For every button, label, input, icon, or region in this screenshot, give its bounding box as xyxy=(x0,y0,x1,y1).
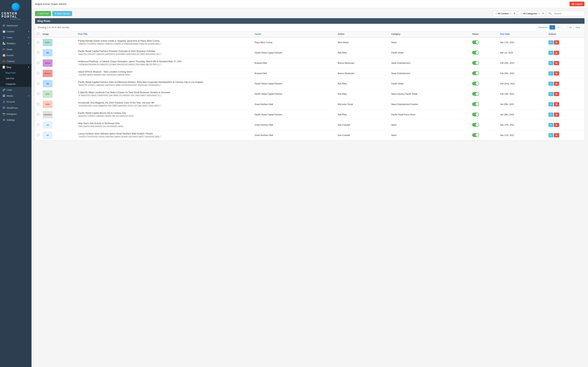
col-post-date[interactable]: Post Date xyxy=(498,31,547,37)
delete-button[interactable]: 🗑 xyxy=(554,133,559,137)
sidebar-item-users[interactable]: 👤 Users ▾ xyxy=(0,34,32,40)
table-container: Showing 1 to 20 of 363 records. Previous… xyxy=(35,24,585,141)
row-checkbox[interactable] xyxy=(37,72,39,74)
post-image: GN xyxy=(43,132,52,139)
edit-button[interactable]: ✏ xyxy=(548,133,553,137)
row-checkbox[interactable] xyxy=(37,113,39,116)
pagination-next[interactable]: Next xyxy=(574,25,582,30)
post-image: BW xyxy=(43,49,52,57)
sidebar-item-wordpress[interactable]: Ⓦ WordPress xyxy=(0,105,32,111)
row-checkbox[interactable] xyxy=(37,124,39,126)
sidebar-item-account[interactable]: 👤 Account xyxy=(0,99,32,105)
status-toggle[interactable] xyxy=(472,123,479,127)
pagination-page-19[interactable]: 19 xyxy=(567,25,573,30)
edit-button[interactable]: ✏ xyxy=(548,82,553,86)
row-checkbox[interactable] xyxy=(37,41,39,43)
status-toggle[interactable] xyxy=(472,92,479,96)
edit-button[interactable]: ✏ xyxy=(548,71,553,75)
edit-button[interactable]: ✏ xyxy=(548,102,553,106)
sidebar-item-events[interactable]: 📅 Events xyxy=(0,52,32,58)
delete-button[interactable]: 🗑 xyxy=(554,92,559,96)
post-slug: family-friendly-easter-events-create-a-h… xyxy=(78,42,162,45)
delete-button[interactable]: 🗑 xyxy=(554,123,559,127)
bulk-upload-button[interactable]: ⬆ Bulk Upload xyxy=(52,11,72,16)
add-post-button[interactable]: + Add Post xyxy=(35,11,51,16)
row-checkbox[interactable] xyxy=(37,62,39,64)
status-toggle[interactable] xyxy=(472,133,479,137)
sidebar-item-centers[interactable]: 🏢 Centers ▾ xyxy=(0,28,32,34)
status-toggle[interactable] xyxy=(472,71,479,75)
delete-button[interactable]: 🗑 xyxy=(554,40,559,45)
post-title: Pacific Retail Capital Moves HQ to Centu… xyxy=(78,112,251,114)
logout-button[interactable]: ⏻ Logout xyxy=(570,1,585,6)
sidebar-item-links[interactable]: 🔗 Links xyxy=(0,87,32,93)
post-slug: pacific-retail-capital-moves-hq-to-centu… xyxy=(78,115,134,117)
post-category: News xyxy=(389,130,470,141)
centers-filter[interactable]: --- All Centers --- xyxy=(493,11,517,16)
col-actions: Actions xyxy=(547,31,584,37)
pagination-page-1[interactable]: 1 xyxy=(550,25,555,30)
post-date: Jan 25th, 2023 xyxy=(498,99,547,109)
row-checkbox[interactable] xyxy=(37,134,39,136)
col-image: Image xyxy=(41,31,76,37)
post-author: Dan Crandall xyxy=(336,130,389,141)
search-button[interactable]: 🔍 xyxy=(547,11,553,16)
delete-button[interactable]: 🗑 xyxy=(554,113,559,117)
delete-button[interactable]: 🗑 xyxy=(554,82,559,86)
sidebar-item-media[interactable]: 🖼 Media ▾ xyxy=(0,93,32,99)
categories-filter[interactable]: --- All Categories --- xyxy=(518,11,545,16)
sidebar-item-careers[interactable]: 💼 Careers xyxy=(0,58,32,64)
edit-button[interactable]: ✏ xyxy=(548,113,553,117)
row-checkbox[interactable] xyxy=(37,93,39,95)
post-date: Mar 17th, 2023 xyxy=(498,37,547,48)
post-center: Plaza West Covina xyxy=(253,37,336,48)
table-row: BWPacific Retail Capital Partners Provid… xyxy=(35,48,584,58)
post-slug: luxury-furniture-store-zebrano-opens-gre… xyxy=(78,135,162,138)
row-checkbox[interactable] xyxy=(37,82,39,84)
search-input[interactable] xyxy=(553,11,584,16)
sidebar-item-blog-posts[interactable]: Blog Posts xyxy=(0,70,32,76)
col-center[interactable]: Center xyxy=(253,31,336,37)
status-toggle[interactable] xyxy=(472,113,479,117)
sidebar-item-dashboard[interactable]: ⊞ Dashboard xyxy=(0,23,32,28)
blog-icon: 📝 xyxy=(2,66,5,68)
sidebar-item-settings[interactable]: ⚙ Settings xyxy=(0,117,32,123)
status-toggle[interactable] xyxy=(472,61,479,65)
delete-button[interactable]: 🗑 xyxy=(554,102,559,106)
status-toggle[interactable] xyxy=(472,40,479,44)
post-category: News Entertainment xyxy=(389,58,470,68)
delete-button[interactable]: 🗑 xyxy=(554,61,559,65)
pagination-page-2[interactable]: 2 xyxy=(555,25,561,30)
edit-button[interactable]: ✏ xyxy=(548,123,553,127)
sidebar-item-add-post[interactable]: Add Post xyxy=(0,76,32,81)
post-category: News xyxy=(389,120,470,130)
edit-button[interactable]: ✏ xyxy=(548,92,553,96)
row-checkbox[interactable] xyxy=(37,103,39,105)
row-checkbox[interactable] xyxy=(37,51,39,54)
select-all-checkbox[interactable] xyxy=(37,33,39,35)
sidebar-item-retailers[interactable]: 🏪 Retailers ▾ xyxy=(0,40,32,46)
edit-button[interactable]: ✏ xyxy=(548,61,553,65)
status-toggle[interactable] xyxy=(472,51,479,55)
sidebar-item-blog[interactable]: 📝 Blog ▾ xyxy=(0,64,32,70)
sidebar-item-label: Events xyxy=(7,54,29,57)
table-row: ICSC5 Specific Ways Landlords Can Make I… xyxy=(35,89,584,99)
post-image: Cabaret xyxy=(43,59,52,67)
delete-button[interactable]: 🗑 xyxy=(554,71,559,75)
col-post-title[interactable]: Post Title xyxy=(76,31,253,37)
sidebar-item-deals[interactable]: 🏷 Deals xyxy=(0,46,32,52)
chevron-down-icon: ▾ xyxy=(28,95,29,97)
status-toggle[interactable] xyxy=(472,102,479,106)
sidebar-item-instagram[interactable]: 📷 Instagram xyxy=(0,111,32,117)
sidebar-item-categories[interactable]: Categories xyxy=(0,81,32,87)
pagination-prev[interactable]: Previous xyxy=(537,25,549,30)
action-cell: ✏ 🗑 xyxy=(548,133,583,137)
instagram-icon: 📷 xyxy=(2,113,5,115)
edit-button[interactable]: ✏ xyxy=(548,51,553,55)
table-row: MuseumIsland SPACE Museum - New Location… xyxy=(35,68,584,79)
post-category: News Entertainment Fashion xyxy=(389,99,470,109)
delete-button[interactable]: 🗑 xyxy=(554,51,559,55)
edit-button[interactable]: ✏ xyxy=(548,40,553,45)
chevron-down-icon: ▾ xyxy=(28,31,29,33)
status-toggle[interactable] xyxy=(472,82,479,85)
